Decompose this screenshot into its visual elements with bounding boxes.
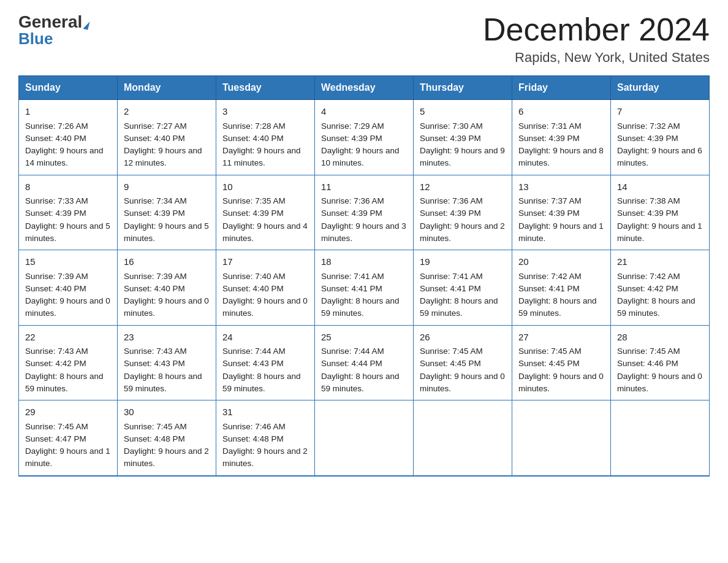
daylight-label: Daylight: 9 hours and 8 minutes. [518,146,604,167]
daylight-label: Daylight: 9 hours and 2 minutes. [124,446,209,468]
sunrise-label: Sunrise: 7:43 AM [25,347,88,356]
daylight-label: Daylight: 9 hours and 12 minutes. [124,146,202,167]
sunrise-label: Sunrise: 7:34 AM [124,196,187,205]
day-number: 14 [617,180,703,194]
sunrise-label: Sunrise: 7:30 AM [420,121,483,131]
daylight-label: Daylight: 9 hours and 0 minutes. [617,372,702,393]
sunset-label: Sunset: 4:43 PM [222,359,284,368]
calendar-cell: 9Sunrise: 7:34 AMSunset: 4:39 PMDaylight… [118,175,216,250]
sunset-label: Sunset: 4:48 PM [222,434,284,443]
sunset-label: Sunset: 4:39 PM [518,134,580,143]
sunrise-label: Sunrise: 7:27 AM [124,121,187,131]
calendar-cell: 28Sunrise: 7:45 AMSunset: 4:46 PMDayligh… [611,325,710,400]
sunset-label: Sunset: 4:39 PM [617,209,678,218]
sunset-label: Sunset: 4:40 PM [25,284,86,293]
daylight-label: Daylight: 8 hours and 59 minutes. [321,296,400,318]
day-number: 17 [222,255,308,269]
day-number: 1 [25,105,111,119]
sunset-label: Sunset: 4:42 PM [617,284,678,293]
sunset-label: Sunset: 4:39 PM [617,134,678,143]
sunrise-label: Sunrise: 7:39 AM [25,272,88,281]
sunrise-label: Sunrise: 7:45 AM [617,347,680,356]
daylight-label: Daylight: 9 hours and 11 minutes. [222,146,301,167]
sunrise-label: Sunrise: 7:45 AM [420,347,483,356]
logo: General Blue [18,12,89,48]
sunset-label: Sunset: 4:45 PM [420,359,481,368]
sunset-label: Sunset: 4:39 PM [518,209,580,218]
sunrise-label: Sunrise: 7:44 AM [222,347,286,356]
day-number: 5 [420,105,506,119]
day-number: 9 [124,180,210,194]
calendar-cell: 12Sunrise: 7:36 AMSunset: 4:39 PMDayligh… [414,175,512,250]
daylight-label: Daylight: 8 hours and 59 minutes. [321,372,400,393]
day-number: 21 [617,255,703,269]
calendar-cell [611,400,710,476]
daylight-label: Daylight: 8 hours and 59 minutes. [617,296,696,318]
daylight-label: Daylight: 9 hours and 1 minute. [25,446,110,468]
sunrise-label: Sunrise: 7:28 AM [222,121,286,131]
calendar-week-row: 15Sunrise: 7:39 AMSunset: 4:40 PMDayligh… [19,250,710,326]
calendar-cell: 27Sunrise: 7:45 AMSunset: 4:45 PMDayligh… [512,325,611,400]
sunset-label: Sunset: 4:47 PM [25,434,86,443]
calendar-cell: 30Sunrise: 7:45 AMSunset: 4:48 PMDayligh… [118,400,216,476]
sunrise-label: Sunrise: 7:39 AM [124,272,187,281]
daylight-label: Daylight: 9 hours and 2 minutes. [222,446,308,468]
sunset-label: Sunset: 4:40 PM [124,134,185,143]
calendar-cell: 7Sunrise: 7:32 AMSunset: 4:39 PMDaylight… [611,100,710,175]
calendar-cell: 11Sunrise: 7:36 AMSunset: 4:39 PMDayligh… [315,175,414,250]
header-day-wednesday: Wednesday [315,76,414,100]
header-day-saturday: Saturday [611,76,710,100]
sunset-label: Sunset: 4:46 PM [617,359,678,368]
calendar-cell: 25Sunrise: 7:44 AMSunset: 4:44 PMDayligh… [315,325,414,400]
sunset-label: Sunset: 4:39 PM [321,209,382,218]
calendar-cell: 19Sunrise: 7:41 AMSunset: 4:41 PMDayligh… [414,250,512,326]
calendar-cell [414,400,512,476]
sunrise-label: Sunrise: 7:32 AM [617,121,680,131]
day-number: 4 [321,105,407,119]
daylight-label: Daylight: 9 hours and 10 minutes. [321,146,400,167]
sunset-label: Sunset: 4:39 PM [124,209,185,218]
daylight-label: Daylight: 9 hours and 6 minutes. [617,146,702,167]
header-day-monday: Monday [118,76,216,100]
sunrise-label: Sunrise: 7:41 AM [420,272,483,281]
sunset-label: Sunset: 4:43 PM [124,359,185,368]
calendar-cell: 5Sunrise: 7:30 AMSunset: 4:39 PMDaylight… [414,100,512,175]
daylight-label: Daylight: 9 hours and 3 minutes. [321,221,406,243]
sunrise-label: Sunrise: 7:43 AM [124,347,187,356]
sunrise-label: Sunrise: 7:42 AM [617,272,680,281]
sunset-label: Sunset: 4:39 PM [25,209,86,218]
calendar-cell: 15Sunrise: 7:39 AMSunset: 4:40 PMDayligh… [19,250,118,326]
calendar-cell: 8Sunrise: 7:33 AMSunset: 4:39 PMDaylight… [19,175,118,250]
daylight-label: Daylight: 9 hours and 0 minutes. [124,296,209,318]
day-number: 24 [222,331,308,345]
sunrise-label: Sunrise: 7:45 AM [518,347,582,356]
calendar-week-row: 1Sunrise: 7:26 AMSunset: 4:40 PMDaylight… [19,100,710,175]
calendar-week-row: 22Sunrise: 7:43 AMSunset: 4:42 PMDayligh… [19,325,710,400]
day-number: 20 [518,255,604,269]
sunrise-label: Sunrise: 7:26 AM [25,121,88,131]
day-number: 25 [321,331,407,345]
sunrise-label: Sunrise: 7:33 AM [25,196,88,205]
daylight-label: Daylight: 8 hours and 59 minutes. [25,372,104,393]
daylight-label: Daylight: 8 hours and 59 minutes. [420,296,498,318]
day-number: 8 [25,180,111,194]
day-number: 15 [25,255,111,269]
calendar-cell: 23Sunrise: 7:43 AMSunset: 4:43 PMDayligh… [118,325,216,400]
day-number: 2 [124,105,210,119]
calendar-cell: 31Sunrise: 7:46 AMSunset: 4:48 PMDayligh… [216,400,315,476]
sunset-label: Sunset: 4:41 PM [518,284,580,293]
day-number: 22 [25,331,111,345]
sunrise-label: Sunrise: 7:46 AM [222,422,286,431]
sunrise-label: Sunrise: 7:45 AM [25,422,88,431]
sunset-label: Sunset: 4:41 PM [420,284,481,293]
sunset-label: Sunset: 4:45 PM [518,359,580,368]
calendar-cell: 13Sunrise: 7:37 AMSunset: 4:39 PMDayligh… [512,175,611,250]
daylight-label: Daylight: 8 hours and 59 minutes. [222,372,301,393]
daylight-label: Daylight: 9 hours and 0 minutes. [518,372,604,393]
calendar-week-row: 29Sunrise: 7:45 AMSunset: 4:47 PMDayligh… [19,400,710,476]
daylight-label: Daylight: 9 hours and 0 minutes. [25,296,110,318]
calendar-cell: 24Sunrise: 7:44 AMSunset: 4:43 PMDayligh… [216,325,315,400]
sunset-label: Sunset: 4:48 PM [124,434,185,443]
sunrise-label: Sunrise: 7:35 AM [222,196,286,205]
sunset-label: Sunset: 4:39 PM [420,209,481,218]
